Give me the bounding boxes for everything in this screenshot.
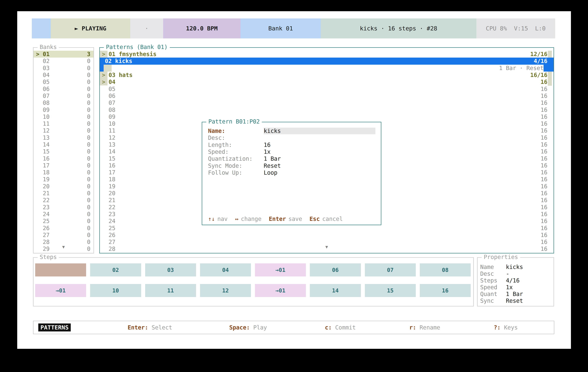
hint-question-keys: ?: Keys	[494, 324, 518, 331]
pattern-row-09[interactable]: 0916	[100, 113, 554, 120]
pattern-row-08[interactable]: 0816	[100, 106, 554, 113]
steps-row-2: →01101112→01141516	[35, 284, 471, 297]
bank-row-id: 13	[43, 134, 50, 141]
step-cell-14[interactable]: 14	[310, 284, 361, 297]
modal-field-value[interactable]: 1 Bar	[264, 155, 281, 162]
bank-row-18[interactable]: 180	[33, 169, 94, 176]
bank-row-count: 0	[87, 65, 90, 71]
pattern-row-04[interactable]: >0416	[100, 79, 554, 85]
modal-field-value[interactable]: Loop	[264, 169, 277, 176]
modal-field-value[interactable]: 1x	[264, 149, 271, 155]
bank-row-16[interactable]: 160	[33, 155, 94, 162]
step-cell-6[interactable]: 06	[310, 263, 361, 276]
gutter-block	[104, 65, 112, 71]
modal-field-value[interactable]: Reset	[264, 162, 281, 169]
bank-row-04[interactable]: 040	[33, 71, 94, 79]
modal-field-value[interactable]: kicks	[264, 128, 375, 134]
bank-row-15[interactable]: 150	[33, 148, 94, 155]
pattern-row-02[interactable]: 02 kicks4/16	[100, 58, 554, 64]
step-cell-9[interactable]: →01	[35, 284, 86, 297]
step-cell-10[interactable]: 10	[90, 284, 141, 297]
step-cell-3[interactable]: 03	[145, 263, 196, 276]
step-cell-1[interactable]	[35, 263, 86, 276]
modal-field-quantization[interactable]: Quantization:1 Bar	[208, 155, 376, 162]
bank-row-23[interactable]: 230	[33, 204, 94, 211]
pattern-row-06[interactable]: 0616	[100, 92, 554, 99]
bank-row-01[interactable]: >013	[33, 51, 94, 58]
bank-row-count: 0	[87, 58, 90, 64]
bank-row-07[interactable]: 070	[33, 92, 94, 99]
modal-field-name[interactable]: Name:kicks	[208, 128, 376, 134]
bank-row-28[interactable]: 280	[33, 239, 94, 245]
pattern-row-01[interactable]: >01 fmsynthesis12/16	[100, 51, 554, 58]
midi-indicator: ·	[130, 19, 163, 38]
pattern-row-label: 22	[109, 204, 116, 211]
bank-row-id: 06	[43, 86, 50, 92]
pattern-row-03[interactable]: >03 hats16/16	[100, 71, 554, 79]
pattern-row-25[interactable]: 2516	[100, 225, 554, 231]
pattern-row-steps: 16	[540, 162, 554, 169]
step-cell-13[interactable]: →01	[255, 284, 306, 297]
modal-field-value[interactable]: 16	[264, 142, 271, 148]
step-cell-12[interactable]: 12	[200, 284, 251, 297]
steps-panel: Steps 020304→01060708→01101112→01141516	[33, 257, 474, 306]
modal-field-label: Desc:	[208, 135, 264, 141]
bank-row-count: 0	[87, 232, 90, 238]
bank-row-20[interactable]: 200	[33, 183, 94, 190]
modal-field-speed[interactable]: Speed:1x	[208, 148, 376, 155]
pattern-row-05[interactable]: 0516	[100, 85, 554, 92]
top-bar: ► PLAYING·120.0 BPMBank 01kicks · 16 ste…	[32, 19, 555, 38]
pattern-row-28[interactable]: 2816	[100, 245, 554, 252]
modal-field-length[interactable]: Length:16	[208, 141, 376, 148]
bank-row-09[interactable]: 090	[33, 106, 94, 113]
bank-row-13[interactable]: 130	[33, 134, 94, 141]
hint-r-rename: r: Rename	[409, 324, 440, 331]
step-cell-11[interactable]: 11	[145, 284, 196, 297]
status-hint-label: Select	[148, 324, 172, 331]
bank-row-11[interactable]: 110	[33, 120, 94, 127]
pattern-row-label: 04	[109, 79, 116, 85]
bank-row-26[interactable]: 260	[33, 225, 94, 231]
bank-row-12[interactable]: 120	[33, 127, 94, 134]
bank-row-count: 0	[87, 155, 90, 162]
bank-row-27[interactable]: 270	[33, 232, 94, 239]
pattern-row-27[interactable]: 2716	[100, 239, 554, 245]
step-cell-2[interactable]: 02	[90, 263, 141, 276]
pattern-row-marker	[100, 245, 107, 252]
bank-row-02[interactable]: 020	[33, 58, 94, 64]
bank-row-22[interactable]: 220	[33, 197, 94, 204]
bank-row-10[interactable]: 100	[33, 113, 94, 120]
bank-row-06[interactable]: 060	[33, 85, 94, 92]
step-cell-7[interactable]: 07	[365, 263, 416, 276]
bank-row-24[interactable]: 240	[33, 211, 94, 218]
steps-row-1: 020304→01060708	[35, 263, 471, 276]
bank-row-17[interactable]: 170	[33, 162, 94, 169]
step-cell-4[interactable]: 04	[200, 263, 251, 276]
bank-row-03[interactable]: 030	[33, 65, 94, 71]
step-cell-16[interactable]: 16	[420, 284, 471, 297]
step-cell-8[interactable]: 08	[420, 263, 471, 276]
pattern-row-marker: >	[100, 79, 107, 85]
bank-row-19[interactable]: 190	[33, 176, 94, 183]
bank-row-05[interactable]: 050	[33, 79, 94, 85]
modal-field-followup[interactable]: Follow Up:Loop	[208, 169, 376, 176]
step-cell-15[interactable]: 15	[365, 284, 416, 297]
pattern-row-steps: 12/16	[530, 51, 554, 57]
bank-row-08[interactable]: 080	[33, 99, 94, 106]
pattern-row-26[interactable]: 2616	[100, 232, 554, 239]
bank-row-21[interactable]: 210	[33, 190, 94, 197]
bank-row-14[interactable]: 140	[33, 141, 94, 148]
step-cell-5[interactable]: →01	[255, 263, 306, 276]
pattern-row-label: 13	[109, 141, 116, 148]
property-row-speed: Speed1x	[480, 284, 552, 291]
system-stats: CPU 8% V:15 L:0	[476, 19, 555, 38]
bank-row-25[interactable]: 250	[33, 218, 94, 225]
modal-field-desc[interactable]: Desc:	[208, 134, 376, 141]
pattern-row-steps: 16	[540, 107, 554, 113]
status-bar: PATTERNS Enter: Select Space: Play c: Co…	[33, 321, 554, 334]
property-value: -	[506, 271, 509, 277]
modal-field-syncmode[interactable]: Sync Mode:Reset	[208, 162, 376, 169]
bank-row-29[interactable]: 290	[33, 245, 94, 252]
bank-row-count: 0	[87, 211, 90, 218]
pattern-row-07[interactable]: 0716	[100, 99, 554, 106]
